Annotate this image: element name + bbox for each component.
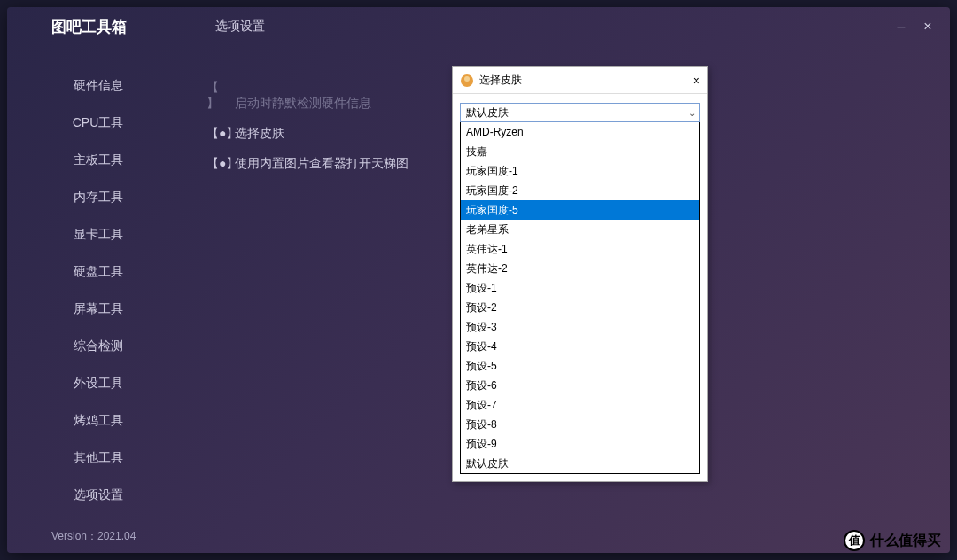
checkbox-empty-icon: 【 】 — [206, 80, 231, 112]
list-item[interactable]: 英伟达-2 — [461, 259, 699, 278]
sidebar-item[interactable]: 屏幕工具 — [7, 291, 189, 328]
checkbox-checked-icon: 【●】 — [206, 156, 231, 172]
list-item[interactable]: 玩家国度-5 — [461, 200, 699, 220]
svg-point-1 — [464, 76, 470, 82]
list-item[interactable]: 预设-7 — [461, 395, 699, 415]
checkbox-checked-icon: 【●】 — [206, 126, 231, 142]
list-item[interactable]: 预设-2 — [461, 298, 699, 317]
list-item[interactable]: 预设-9 — [461, 434, 699, 454]
dialog-titlebar: 选择皮肤 × — [453, 67, 707, 94]
dialog-close-button[interactable]: × — [693, 74, 700, 88]
sidebar-item[interactable]: 硬件信息 — [7, 67, 189, 105]
list-item[interactable]: 预设-5 — [461, 356, 699, 376]
close-button[interactable]: × — [914, 13, 941, 40]
skin-listbox[interactable]: AMD-Ryzen技嘉玩家国度-1玩家国度-2玩家国度-5老弟星系英伟达-1英伟… — [460, 122, 700, 474]
list-item[interactable]: 预设-4 — [461, 337, 699, 356]
app-title: 图吧工具箱 — [25, 17, 189, 37]
version-label: Version：2021.04 — [7, 520, 189, 553]
option-label: 启动时静默检测硬件信息 — [235, 96, 371, 110]
list-item[interactable]: 英伟达-1 — [461, 239, 699, 259]
sidebar-item[interactable]: 其他工具 — [7, 439, 189, 477]
sidebar-item[interactable]: 主板工具 — [7, 142, 189, 179]
watermark: 值 什么值得买 — [844, 530, 941, 551]
app-icon — [460, 74, 474, 88]
list-item[interactable]: AMD-Ryzen — [461, 122, 699, 142]
skin-select-dialog: 选择皮肤 × 默认皮肤 ⌄ AMD-Ryzen技嘉玩家国度-1玩家国度-2玩家国… — [452, 66, 708, 482]
sidebar-item[interactable]: 外设工具 — [7, 365, 189, 402]
list-item[interactable]: 预设-1 — [461, 278, 699, 298]
option-label: 选择皮肤 — [235, 126, 284, 140]
list-item[interactable]: 默认皮肤 — [461, 454, 699, 473]
sidebar-item[interactable]: 烤鸡工具 — [7, 402, 189, 439]
list-item[interactable]: 预设-3 — [461, 317, 699, 337]
minimize-button[interactable]: – — [888, 13, 914, 40]
list-item[interactable]: 老弟星系 — [461, 220, 699, 239]
list-item[interactable]: 玩家国度-1 — [461, 161, 699, 181]
chevron-down-icon: ⌄ — [689, 108, 696, 118]
list-item[interactable]: 预设-6 — [461, 376, 699, 395]
combobox-value: 默认皮肤 — [466, 105, 509, 121]
option-label: 使用内置图片查看器打开天梯图 — [235, 156, 408, 170]
dialog-title: 选择皮肤 — [479, 73, 522, 88]
watermark-text: 什么值得买 — [870, 532, 941, 550]
sidebar-items: 硬件信息CPU工具主板工具内存工具显卡工具硬盘工具屏幕工具综合检测外设工具烤鸡工… — [7, 46, 189, 520]
skin-combobox[interactable]: 默认皮肤 ⌄ — [460, 103, 700, 122]
sidebar-item[interactable]: 显卡工具 — [7, 216, 189, 253]
list-item[interactable]: 玩家国度-2 — [461, 181, 699, 200]
list-item[interactable]: 技嘉 — [461, 142, 699, 161]
window-controls: – × — [888, 7, 941, 46]
sidebar: 硬件信息CPU工具主板工具内存工具显卡工具硬盘工具屏幕工具综合检测外设工具烤鸡工… — [7, 46, 189, 553]
sidebar-item[interactable]: 综合检测 — [7, 328, 189, 365]
sidebar-item[interactable]: CPU工具 — [7, 105, 189, 142]
sidebar-item[interactable]: 选项设置 — [7, 477, 189, 514]
sidebar-item[interactable]: 内存工具 — [7, 179, 189, 216]
watermark-badge-icon: 值 — [844, 530, 865, 551]
list-item[interactable]: 预设-8 — [461, 415, 699, 434]
page-title: 选项设置 — [189, 19, 265, 35]
titlebar: 图吧工具箱 选项设置 – × — [7, 7, 950, 46]
sidebar-item[interactable]: 硬盘工具 — [7, 253, 189, 291]
